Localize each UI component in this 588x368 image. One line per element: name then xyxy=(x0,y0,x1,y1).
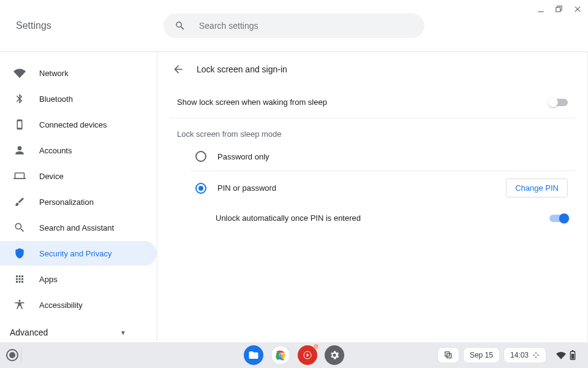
wifi-icon xyxy=(13,67,26,79)
sidebar-item-security-privacy[interactable]: Security and Privacy xyxy=(0,241,157,266)
option-password-label: Password only xyxy=(217,152,270,161)
phone-icon xyxy=(13,118,26,131)
sidebar-item-accounts[interactable]: Accounts xyxy=(0,138,157,163)
shelf: Sep 15 14:03 xyxy=(0,342,588,368)
section-heading: Lock screen from sleep mode xyxy=(170,118,575,142)
chevron-down-icon: ▼ xyxy=(120,329,126,336)
shield-icon xyxy=(13,247,26,259)
option-pin-label: PIN or password xyxy=(217,183,276,193)
sidebar-item-label: Accounts xyxy=(39,146,72,155)
sidebar-item-accessibility[interactable]: Accessibility xyxy=(0,293,157,317)
radio-unchecked-icon[interactable] xyxy=(195,151,206,162)
sidebar-item-personalization[interactable]: Personalization xyxy=(0,190,157,214)
sidebar-item-device[interactable]: Device xyxy=(0,164,157,188)
bluetooth-icon xyxy=(13,93,26,105)
show-lock-screen-label: Show lock screen when waking from sleep xyxy=(177,98,327,107)
settings-app-icon[interactable] xyxy=(325,345,344,365)
sidebar-item-label: Accessibility xyxy=(39,301,83,310)
sidebar-item-label: Network xyxy=(39,69,69,78)
status-tray[interactable] xyxy=(550,347,582,363)
option-pin-or-password[interactable]: PIN or password Change PIN xyxy=(170,171,575,205)
quick-settings-icon xyxy=(532,351,540,359)
back-arrow-icon[interactable] xyxy=(172,63,184,75)
search-box[interactable] xyxy=(164,13,424,38)
accessibility-icon xyxy=(13,299,26,311)
laptop-icon xyxy=(13,170,26,182)
youtube-music-app-icon[interactable] xyxy=(298,345,317,365)
battery-status-icon xyxy=(570,350,576,360)
radio-checked-icon[interactable] xyxy=(195,183,206,194)
svg-rect-11 xyxy=(572,350,574,351)
status-time[interactable]: 14:03 xyxy=(503,347,546,363)
search-icon xyxy=(175,20,186,31)
sidebar-item-label: Bluetooth xyxy=(39,94,73,104)
svg-point-6 xyxy=(279,354,282,356)
files-app-icon[interactable] xyxy=(244,345,263,365)
launcher-icon[interactable] xyxy=(6,349,18,361)
chrome-app-icon[interactable] xyxy=(271,345,290,365)
advanced-label: Advanced xyxy=(10,328,48,337)
brush-icon xyxy=(13,196,26,208)
status-area[interactable]: Sep 15 14:03 xyxy=(434,347,582,363)
sidebar-item-label: Search and Assistant xyxy=(39,223,114,232)
person-icon xyxy=(13,144,26,156)
sidebar-item-label: Personalization xyxy=(39,197,94,207)
search-input[interactable] xyxy=(198,20,413,31)
sidebar-item-apps[interactable]: Apps xyxy=(0,267,157,291)
sidebar-item-label: Security and Privacy xyxy=(39,249,112,258)
sidebar-item-connected-devices[interactable]: Connected devices xyxy=(0,112,157,137)
auto-unlock-toggle[interactable] xyxy=(549,215,568,222)
option-password-only[interactable]: Password only xyxy=(190,142,575,171)
sidebar-item-label: Apps xyxy=(39,275,58,284)
svg-rect-12 xyxy=(571,354,574,359)
sidebar-item-search-assistant[interactable]: Search and Assistant xyxy=(0,215,157,240)
overview-button[interactable] xyxy=(437,347,459,363)
sidebar-item-bluetooth[interactable]: Bluetooth xyxy=(0,86,157,111)
sidebar: Network Bluetooth Connected devices Acco… xyxy=(0,52,157,342)
shelf-separator xyxy=(21,349,21,361)
auto-unlock-label: Unlock automatically once PIN is entered xyxy=(216,213,361,223)
sidebar-item-label: Connected devices xyxy=(39,120,107,129)
status-date[interactable]: Sep 15 xyxy=(463,347,500,363)
sidebar-item-network[interactable]: Network xyxy=(0,61,157,85)
show-lock-screen-toggle[interactable] xyxy=(549,99,568,106)
change-pin-button[interactable]: Change PIN xyxy=(506,178,568,197)
sidebar-advanced[interactable]: Advanced ▼ xyxy=(0,323,130,342)
app-title: Settings xyxy=(16,20,51,31)
sidebar-item-label: Device xyxy=(39,172,64,181)
search-icon xyxy=(13,221,26,234)
apps-grid-icon xyxy=(13,273,26,285)
wifi-status-icon xyxy=(556,350,566,360)
page-title: Lock screen and sign-in xyxy=(197,64,287,74)
